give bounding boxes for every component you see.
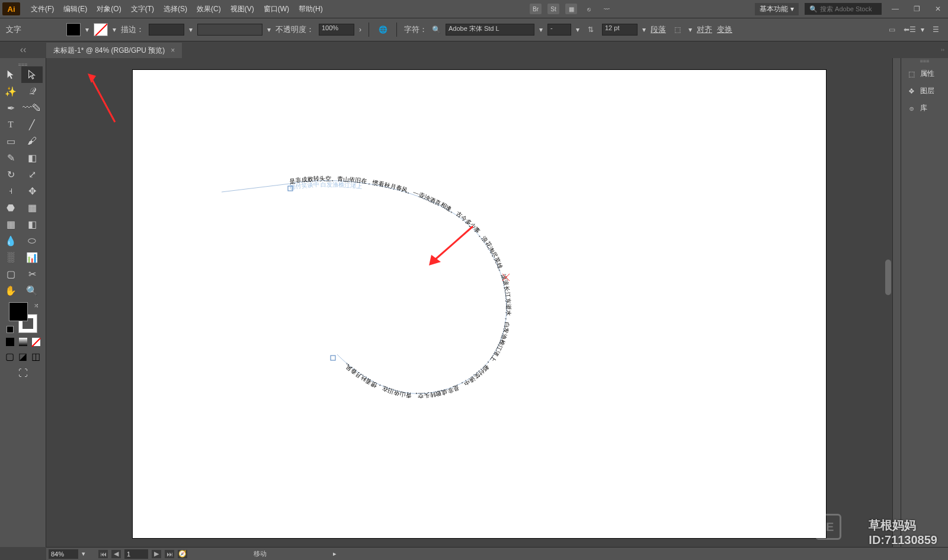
free-transform-tool[interactable]: ✥ [21, 183, 43, 199]
para-panel-icon[interactable]: ⬚ [671, 24, 684, 36]
artboard-nav-menu[interactable]: 🧭 [178, 550, 187, 558]
feedback-icon[interactable]: 〰 [601, 4, 613, 14]
first-artboard[interactable]: ⏮ [98, 550, 108, 558]
menu-type[interactable]: 文字(T) [126, 4, 159, 14]
brush-dd[interactable]: ▾ [267, 25, 271, 34]
workspace-switcher[interactable]: 基本功能 ▾ [755, 3, 799, 15]
font-family-input[interactable]: Adobe 宋体 Std L [446, 24, 534, 36]
opacity-dd[interactable]: › [359, 25, 361, 34]
perspective-tool[interactable]: ▦ [21, 199, 43, 216]
stock-icon[interactable]: St [547, 4, 559, 14]
libraries-panel-button[interactable]: ⌾ 库 [901, 100, 948, 117]
curvature-tool[interactable]: 〰✎ [21, 100, 43, 116]
bridge-icon[interactable]: Br [530, 4, 542, 14]
align-dd[interactable]: ▾ [921, 25, 924, 34]
artboard-tool[interactable]: ▢ [0, 265, 21, 282]
para-dd[interactable]: ▾ [688, 25, 692, 34]
font-family-dd[interactable]: ▾ [539, 25, 543, 34]
default-fill-stroke-icon[interactable] [7, 326, 14, 333]
paragraph-label[interactable]: 段落 [651, 24, 666, 35]
fill-color[interactable] [9, 302, 28, 321]
arrange-docs-icon[interactable]: ▦ [565, 4, 577, 14]
stock-search-input[interactable]: 🔍 搜索 Adobe Stock [805, 3, 882, 15]
tools-collapse[interactable]: ‹‹ [0, 41, 46, 58]
eyedropper-tool[interactable]: 💧 [0, 232, 21, 249]
blend-tool[interactable]: ⬭ [21, 232, 43, 249]
width-tool[interactable]: ⫞ [0, 183, 21, 199]
screen-mode[interactable]: ⛶ [12, 365, 34, 382]
align-label[interactable]: 对齐 [697, 24, 712, 35]
status-menu[interactable]: ▸ [333, 550, 337, 558]
symbol-sprayer-tool[interactable]: ░ [0, 249, 21, 265]
transform-label[interactable]: 变换 [717, 24, 732, 35]
mesh-tool[interactable]: ▦ [0, 216, 21, 232]
window-close[interactable]: ✕ [930, 4, 946, 14]
paintbrush-tool[interactable]: 🖌 [21, 133, 43, 149]
menu-help[interactable]: 帮助(H) [294, 4, 328, 14]
hand-tool[interactable]: ✋ [0, 282, 21, 299]
fill-swatch[interactable] [66, 23, 81, 36]
gpu-icon[interactable]: ⎋ [583, 4, 595, 14]
menu-edit[interactable]: 编辑(E) [59, 4, 92, 14]
rectangle-tool[interactable]: ▭ [0, 133, 21, 149]
draw-behind[interactable]: ◪ [17, 351, 30, 361]
column-graph-tool[interactable]: 📊 [21, 249, 43, 265]
menu-window[interactable]: 窗口(W) [259, 4, 294, 14]
menu-object[interactable]: 对象(O) [92, 4, 126, 14]
scale-tool[interactable]: ⤢ [21, 166, 43, 183]
shaper-tool[interactable]: ✎ [0, 149, 21, 166]
artboard-number[interactable] [124, 549, 148, 559]
opacity-input[interactable]: 100% [319, 24, 354, 36]
stroke-swatch[interactable] [94, 23, 108, 36]
direct-selection-tool[interactable] [21, 66, 43, 83]
menu-effect[interactable]: 效果(C) [192, 4, 226, 14]
list-icon[interactable]: ☰ [929, 24, 942, 36]
right-panel-collapse[interactable]: ›› [892, 41, 948, 58]
font-size-dd[interactable]: ▾ [642, 25, 646, 34]
tools-grip[interactable]: ≡≡≡ [0, 62, 46, 66]
right-dock-strip[interactable] [892, 58, 901, 547]
gradient-mode[interactable] [17, 337, 30, 347]
vertical-scrollbar[interactable] [884, 58, 892, 547]
zoom-tool[interactable]: 🔍 [21, 282, 43, 299]
draw-normal[interactable]: ▢ [4, 351, 17, 361]
menu-select[interactable]: 选择(S) [159, 4, 192, 14]
prev-artboard[interactable]: ◀ [111, 550, 121, 558]
type-tool[interactable]: T [0, 116, 21, 133]
document-tab[interactable]: 未标题-1* @ 84% (RGB/GPU 预览) × [46, 43, 182, 58]
rotate-tool[interactable]: ↻ [0, 166, 21, 183]
zoom-input[interactable] [49, 549, 78, 559]
stroke-weight-dd[interactable]: ▾ [189, 25, 193, 34]
recolor-icon[interactable]: 🌐 [376, 24, 389, 36]
selection-tool[interactable] [0, 66, 21, 83]
tab-close-icon[interactable]: × [171, 46, 175, 55]
window-minimize[interactable]: — [888, 4, 903, 14]
lasso-tool[interactable]: 𝒬 [21, 83, 43, 100]
align-panel-icon[interactable]: ⬅☰ [903, 24, 916, 36]
window-restore[interactable]: ❐ [909, 4, 924, 14]
slice-tool[interactable]: ✂ [21, 265, 43, 282]
brush-definition[interactable] [197, 24, 262, 36]
font-size-input[interactable]: 12 pt [602, 24, 638, 36]
font-style-input[interactable]: - [547, 24, 571, 36]
last-artboard[interactable]: ⏭ [165, 550, 174, 558]
menu-file[interactable]: 文件(F) [26, 4, 59, 14]
artboard[interactable]: 是非成败转头空。青山依旧在，惯看秋月春风。一壶浊酒喜相逢。古今多少事，浪花淘尽英… [133, 70, 826, 538]
draw-inside[interactable]: ◫ [30, 351, 43, 361]
shape-builder-tool[interactable]: ⬣ [0, 199, 21, 216]
stroke-dropdown[interactable]: ▾ [113, 25, 116, 34]
swap-fill-stroke-icon[interactable]: ⤭ [34, 302, 39, 309]
eraser-tool[interactable]: ◧ [21, 149, 43, 166]
line-tool[interactable]: ╱ [21, 116, 43, 133]
color-mode[interactable] [4, 337, 17, 347]
zoom-dd[interactable]: ▾ [82, 550, 85, 558]
stroke-weight-input[interactable] [149, 24, 184, 36]
fill-stroke-control[interactable]: ⤭ [7, 302, 40, 333]
right-panel-grip[interactable]: ≡≡≡ [901, 58, 948, 65]
none-mode[interactable] [30, 337, 43, 347]
magic-wand-tool[interactable]: ✨ [0, 83, 21, 100]
properties-panel-button[interactable]: ⬚ 属性 [901, 65, 948, 82]
fill-dropdown[interactable]: ▾ [85, 25, 89, 34]
font-size-stepper[interactable]: ⇅ [584, 24, 597, 36]
font-search-icon[interactable]: 🔍 [432, 25, 441, 34]
